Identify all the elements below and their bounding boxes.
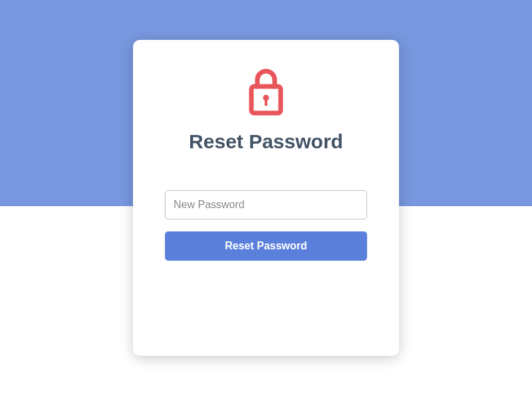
reset-password-button[interactable]: Reset Password <box>165 231 367 261</box>
lock-icon <box>243 65 289 118</box>
new-password-input[interactable] <box>165 190 367 219</box>
reset-password-card: Reset Password Reset Password <box>133 40 399 356</box>
svg-rect-2 <box>265 99 267 106</box>
page-title: Reset Password <box>189 130 343 153</box>
